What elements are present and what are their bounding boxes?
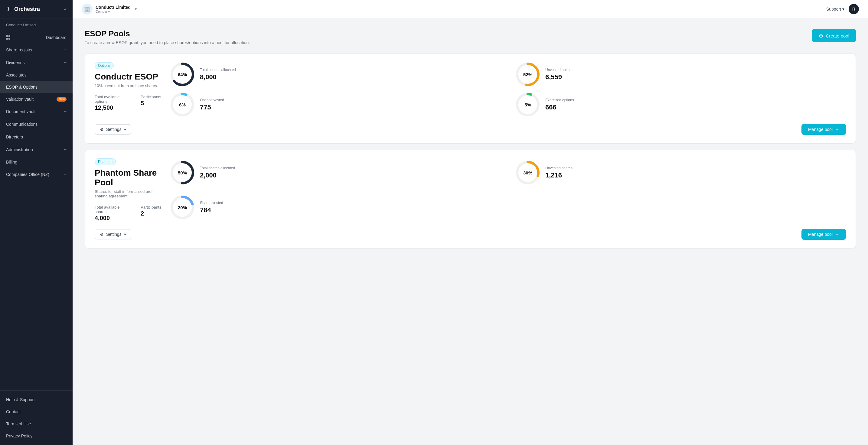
- chart-allocated-conductr: 64% Total options allocated 8,000: [170, 62, 500, 87]
- pool-charts-phantom: 50% Total shares allocated 2,000: [170, 158, 846, 222]
- sidebar-item-help-support[interactable]: Help & Support: [0, 393, 72, 406]
- stat-unvested-conductr: Unvested options 6,559: [545, 68, 574, 81]
- add-icon-dividends: +: [64, 60, 66, 65]
- company-selector[interactable]: 🏢 Conductr Limited Company ▾: [82, 4, 137, 14]
- company-selector-chevron-icon: ▾: [135, 7, 137, 11]
- topbar-right: Support ▾ R: [826, 4, 859, 14]
- sidebar-item-label-directors: Directors: [6, 134, 23, 139]
- stat-allocated-phantom: Total shares allocated 2,000: [200, 166, 235, 179]
- settings-button-conductr[interactable]: ⚙ Settings ▾: [95, 124, 131, 134]
- sidebar-item-administration[interactable]: Administration +: [0, 143, 72, 156]
- support-button[interactable]: Support ▾: [826, 7, 844, 11]
- chart-vested-conductr: 6% Options vested 775: [170, 93, 500, 117]
- pool-desc-conductr: 10% carve out from ordinary shares: [95, 84, 161, 88]
- donut-unvested: 52%: [516, 62, 540, 87]
- topbar-company-name: Conductr Limited: [96, 5, 131, 10]
- sidebar-item-dividends[interactable]: Dividends +: [0, 56, 72, 69]
- pool-info-phantom: Phantom Phantom Share Pool Shares for st…: [95, 158, 161, 222]
- dashboard-icon: [6, 35, 10, 40]
- sidebar-item-terms-of-use[interactable]: Terms of Use: [0, 418, 72, 430]
- pool-name-phantom: Phantom Share Pool: [95, 168, 161, 187]
- pool-charts-conductr: 64% Total options allocated 8,000: [170, 62, 846, 117]
- sidebar-item-label-administration: Administration: [6, 147, 33, 152]
- donut-allocated-phantom: 50%: [170, 161, 194, 185]
- sidebar: ✳ Orchestra « Conductr Limited Dashboard…: [0, 0, 72, 445]
- donut-label-unvested-phantom: 30%: [523, 170, 532, 176]
- topbar: 🏢 Conductr Limited Company ▾ Support ▾ R: [72, 0, 868, 18]
- create-pool-plus-icon: ⊕: [819, 32, 823, 39]
- page-content: ESOP Pools To create a new ESOP grant, y…: [72, 18, 868, 445]
- manage-pool-button-phantom[interactable]: Manage pool →: [802, 229, 846, 240]
- sidebar-item-label-associates: Associates: [6, 72, 27, 77]
- sidebar-item-label-dividends: Dividends: [6, 60, 25, 65]
- pool-participants-phantom: Participants 2: [141, 205, 161, 222]
- donut-unvested-phantom: 30%: [516, 161, 540, 185]
- sidebar-item-label-share-register: Share register: [6, 47, 33, 52]
- chart-unvested-conductr: 52% Unvested options 6,559: [516, 62, 846, 87]
- create-pool-button[interactable]: ⊕ Create pool: [812, 29, 856, 42]
- add-icon-communications: +: [64, 122, 66, 127]
- pool-footer-conductr: ⚙ Settings ▾ Manage pool →: [95, 124, 846, 135]
- manage-pool-button-conductr[interactable]: Manage pool →: [802, 124, 846, 135]
- sidebar-item-label-billing: Billing: [6, 160, 17, 164]
- pool-participants-conductr: Participants 5: [141, 95, 161, 111]
- user-avatar[interactable]: R: [849, 4, 859, 14]
- collapse-sidebar-button[interactable]: «: [64, 7, 66, 11]
- pool-total-available-options: Total available options 12,500: [95, 95, 130, 111]
- sidebar-item-label-communications: Communications: [6, 122, 37, 127]
- sidebar-item-valuation-vault[interactable]: Valuation vault New: [0, 93, 72, 105]
- sidebar-item-associates[interactable]: Associates: [0, 69, 72, 81]
- support-chevron-icon: ▾: [842, 7, 844, 11]
- pool-total-available-shares: Total available shares 4,000: [95, 205, 130, 222]
- new-badge: New: [57, 97, 66, 102]
- sidebar-item-privacy-policy[interactable]: Privacy Policy: [0, 430, 72, 442]
- stat-exercised-conductr: Exercised options 666: [545, 98, 574, 111]
- sidebar-item-label-dashboard: Dashboard: [46, 35, 67, 40]
- chart-allocated-phantom: 50% Total shares allocated 2,000: [170, 161, 500, 185]
- sidebar-item-label-companies-office: Companies Office (NZ): [6, 172, 49, 177]
- sidebar-item-dashboard[interactable]: Dashboard: [0, 31, 72, 43]
- add-icon-companies-office: +: [64, 172, 66, 177]
- sidebar-item-communications[interactable]: Communications +: [0, 118, 72, 131]
- sidebar-item-esop-options[interactable]: ESOP & Options: [0, 81, 72, 93]
- donut-allocated: 64%: [170, 62, 194, 87]
- sidebar-item-directors[interactable]: Directors +: [0, 131, 72, 143]
- donut-exercised: 5%: [516, 93, 540, 117]
- sidebar-footer: Help & Support Contact Terms of Use Priv…: [0, 390, 72, 445]
- sidebar-item-companies-office[interactable]: Companies Office (NZ) +: [0, 168, 72, 181]
- donut-label-vested: 6%: [179, 102, 186, 107]
- settings-icon-phantom: ⚙: [100, 232, 104, 237]
- add-icon-directors: +: [64, 134, 66, 140]
- sidebar-item-share-register[interactable]: Share register +: [0, 43, 72, 56]
- orchestra-logo-icon: ✳: [6, 5, 11, 13]
- sidebar-item-label-document-vault: Document vault: [6, 109, 35, 114]
- sidebar-item-contact[interactable]: Contact: [0, 406, 72, 418]
- settings-chevron-icon-phantom: ▾: [124, 232, 126, 237]
- chart-unvested-phantom: 30% Unvested shares 1,216: [516, 161, 846, 185]
- donut-vested: 6%: [170, 93, 194, 117]
- page-subtitle: To create a new ESOP grant, you need to …: [85, 40, 250, 45]
- manage-pool-arrow-icon: →: [835, 127, 839, 132]
- sidebar-item-document-vault[interactable]: Document vault +: [0, 105, 72, 118]
- add-icon-administration: +: [64, 147, 66, 152]
- add-icon-share-register: +: [64, 47, 66, 53]
- page-title: ESOP Pools: [85, 29, 250, 38]
- pool-type-badge-options: Options: [95, 62, 114, 69]
- pool-footer-phantom: ⚙ Settings ▾ Manage pool →: [95, 229, 846, 240]
- stat-vested-phantom: Shares vested 784: [200, 201, 223, 214]
- manage-pool-arrow-icon-phantom: →: [835, 232, 839, 237]
- page-title-area: ESOP Pools To create a new ESOP grant, y…: [85, 29, 250, 45]
- topbar-company-type: Company: [96, 10, 131, 13]
- main-area: 🏢 Conductr Limited Company ▾ Support ▾ R…: [72, 0, 868, 445]
- donut-label-allocated-phantom: 50%: [178, 170, 187, 176]
- sidebar-item-billing[interactable]: Billing: [0, 156, 72, 168]
- stat-unvested-phantom: Unvested shares 1,216: [545, 166, 572, 179]
- chart-exercised-conductr: 5% Exercised options 666: [516, 93, 846, 117]
- donut-label-unvested: 52%: [523, 72, 532, 77]
- company-info: Conductr Limited Company: [96, 5, 131, 13]
- stat-allocated-conductr: Total options allocated 8,000: [200, 68, 236, 81]
- settings-button-phantom[interactable]: ⚙ Settings ▾: [95, 229, 131, 240]
- app-name: Orchestra: [14, 6, 40, 12]
- add-icon-document-vault: +: [64, 109, 66, 114]
- pool-info-conductr: Options Conductr ESOP 10% carve out from…: [95, 62, 161, 117]
